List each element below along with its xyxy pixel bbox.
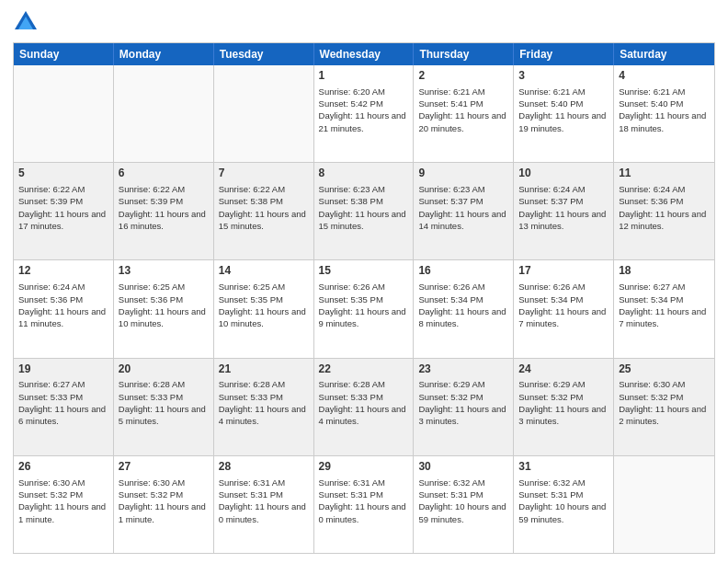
calendar-cell: 23Sunrise: 6:29 AM Sunset: 5:32 PM Dayli…: [414, 359, 514, 455]
cell-info: Sunrise: 6:29 AM Sunset: 5:32 PM Dayligh…: [518, 379, 606, 426]
calendar-cell: 18Sunrise: 6:27 AM Sunset: 5:34 PM Dayli…: [614, 260, 714, 357]
calendar-row: 5Sunrise: 6:22 AM Sunset: 5:39 PM Daylig…: [14, 163, 714, 260]
date-number: 13: [119, 263, 209, 279]
date-number: 26: [18, 459, 108, 475]
date-number: 27: [119, 459, 209, 475]
date-number: 30: [418, 459, 508, 475]
date-number: 21: [219, 362, 309, 377]
calendar: SundayMondayTuesdayWednesdayThursdayFrid…: [13, 42, 715, 554]
date-number: 3: [518, 68, 609, 84]
cell-info: Sunrise: 6:20 AM Sunset: 5:42 PM Dayligh…: [319, 86, 406, 133]
date-number: 4: [619, 68, 710, 84]
calendar-cell: [114, 65, 214, 162]
date-number: 8: [319, 166, 409, 181]
calendar-cell: 4Sunrise: 6:21 AM Sunset: 5:40 PM Daylig…: [614, 65, 714, 162]
calendar-cell: 9Sunrise: 6:23 AM Sunset: 5:37 PM Daylig…: [414, 163, 514, 259]
date-number: 23: [418, 362, 508, 377]
cell-info: Sunrise: 6:27 AM Sunset: 5:34 PM Dayligh…: [619, 282, 706, 328]
calendar-cell: [214, 65, 314, 162]
calendar-row: 26Sunrise: 6:30 AM Sunset: 5:32 PM Dayli…: [14, 456, 714, 553]
date-number: 25: [619, 362, 710, 377]
cell-info: Sunrise: 6:22 AM Sunset: 5:39 PM Dayligh…: [18, 184, 106, 231]
date-number: 17: [518, 263, 609, 279]
cell-info: Sunrise: 6:24 AM Sunset: 5:36 PM Dayligh…: [18, 282, 106, 328]
calendar-cell: 30Sunrise: 6:32 AM Sunset: 5:31 PM Dayli…: [414, 456, 514, 553]
calendar-cell: 7Sunrise: 6:22 AM Sunset: 5:38 PM Daylig…: [214, 163, 314, 259]
cell-info: Sunrise: 6:24 AM Sunset: 5:36 PM Dayligh…: [619, 184, 706, 231]
calendar-cell: 2Sunrise: 6:21 AM Sunset: 5:41 PM Daylig…: [414, 65, 514, 162]
calendar-cell: [14, 65, 114, 162]
cell-info: Sunrise: 6:22 AM Sunset: 5:39 PM Dayligh…: [119, 184, 206, 231]
cell-info: Sunrise: 6:30 AM Sunset: 5:32 PM Dayligh…: [18, 477, 106, 524]
cell-info: Sunrise: 6:30 AM Sunset: 5:32 PM Dayligh…: [619, 379, 706, 426]
day-name-sunday: Sunday: [14, 43, 114, 65]
calendar-cell: 15Sunrise: 6:26 AM Sunset: 5:35 PM Dayli…: [314, 260, 415, 357]
calendar-cell: 10Sunrise: 6:24 AM Sunset: 5:37 PM Dayli…: [514, 163, 614, 259]
calendar-cell: 29Sunrise: 6:31 AM Sunset: 5:31 PM Dayli…: [314, 456, 415, 553]
cell-info: Sunrise: 6:24 AM Sunset: 5:37 PM Dayligh…: [518, 184, 606, 231]
calendar-cell: 21Sunrise: 6:28 AM Sunset: 5:33 PM Dayli…: [214, 359, 314, 455]
calendar-cell: 27Sunrise: 6:30 AM Sunset: 5:32 PM Dayli…: [114, 456, 214, 553]
calendar-cell: 5Sunrise: 6:22 AM Sunset: 5:39 PM Daylig…: [14, 163, 114, 259]
date-number: 5: [18, 166, 108, 181]
cell-info: Sunrise: 6:29 AM Sunset: 5:32 PM Dayligh…: [418, 379, 506, 426]
date-number: 15: [319, 263, 409, 279]
cell-info: Sunrise: 6:31 AM Sunset: 5:31 PM Dayligh…: [219, 477, 306, 524]
calendar-header: SundayMondayTuesdayWednesdayThursdayFrid…: [14, 43, 714, 65]
calendar-cell: 16Sunrise: 6:26 AM Sunset: 5:34 PM Dayli…: [414, 260, 514, 357]
date-number: 7: [219, 166, 309, 181]
date-number: 6: [119, 166, 209, 181]
date-number: 12: [18, 263, 108, 279]
date-number: 1: [319, 68, 409, 84]
calendar-cell: 11Sunrise: 6:24 AM Sunset: 5:36 PM Dayli…: [614, 163, 714, 259]
cell-info: Sunrise: 6:27 AM Sunset: 5:33 PM Dayligh…: [18, 379, 106, 426]
cell-info: Sunrise: 6:28 AM Sunset: 5:33 PM Dayligh…: [119, 379, 206, 426]
calendar-cell: 20Sunrise: 6:28 AM Sunset: 5:33 PM Dayli…: [114, 359, 214, 455]
cell-info: Sunrise: 6:23 AM Sunset: 5:37 PM Dayligh…: [418, 184, 506, 231]
calendar-row: 19Sunrise: 6:27 AM Sunset: 5:33 PM Dayli…: [14, 359, 714, 456]
cell-info: Sunrise: 6:26 AM Sunset: 5:34 PM Dayligh…: [418, 282, 506, 328]
cell-info: Sunrise: 6:26 AM Sunset: 5:35 PM Dayligh…: [319, 282, 406, 328]
calendar-row: 12Sunrise: 6:24 AM Sunset: 5:36 PM Dayli…: [14, 260, 714, 358]
calendar-cell: 26Sunrise: 6:30 AM Sunset: 5:32 PM Dayli…: [14, 456, 114, 553]
date-number: 28: [219, 459, 309, 475]
cell-info: Sunrise: 6:31 AM Sunset: 5:31 PM Dayligh…: [319, 477, 406, 524]
cell-info: Sunrise: 6:22 AM Sunset: 5:38 PM Dayligh…: [219, 184, 306, 231]
calendar-cell: 19Sunrise: 6:27 AM Sunset: 5:33 PM Dayli…: [14, 359, 114, 455]
date-number: 2: [418, 68, 508, 84]
calendar-row: 1Sunrise: 6:20 AM Sunset: 5:42 PM Daylig…: [14, 65, 714, 163]
cell-info: Sunrise: 6:26 AM Sunset: 5:34 PM Dayligh…: [518, 282, 606, 328]
header: [13, 9, 715, 35]
cell-info: Sunrise: 6:23 AM Sunset: 5:38 PM Dayligh…: [319, 184, 406, 231]
calendar-cell: 24Sunrise: 6:29 AM Sunset: 5:32 PM Dayli…: [514, 359, 614, 455]
date-number: 19: [18, 362, 108, 377]
calendar-cell: 25Sunrise: 6:30 AM Sunset: 5:32 PM Dayli…: [614, 359, 714, 455]
calendar-cell: 8Sunrise: 6:23 AM Sunset: 5:38 PM Daylig…: [314, 163, 415, 259]
calendar-cell: 28Sunrise: 6:31 AM Sunset: 5:31 PM Dayli…: [214, 456, 314, 553]
calendar-cell: [614, 456, 714, 553]
calendar-cell: 6Sunrise: 6:22 AM Sunset: 5:39 PM Daylig…: [114, 163, 214, 259]
date-number: 22: [319, 362, 409, 377]
day-name-saturday: Saturday: [614, 43, 714, 65]
calendar-cell: 22Sunrise: 6:28 AM Sunset: 5:33 PM Dayli…: [314, 359, 415, 455]
calendar-cell: 3Sunrise: 6:21 AM Sunset: 5:40 PM Daylig…: [514, 65, 614, 162]
logo-icon: [13, 9, 39, 35]
day-name-tuesday: Tuesday: [214, 43, 314, 65]
date-number: 11: [619, 166, 710, 181]
calendar-cell: 13Sunrise: 6:25 AM Sunset: 5:36 PM Dayli…: [114, 260, 214, 357]
day-name-thursday: Thursday: [414, 43, 514, 65]
cell-info: Sunrise: 6:28 AM Sunset: 5:33 PM Dayligh…: [219, 379, 306, 426]
date-number: 9: [418, 166, 508, 181]
calendar-cell: 14Sunrise: 6:25 AM Sunset: 5:35 PM Dayli…: [214, 260, 314, 357]
calendar-cell: 1Sunrise: 6:20 AM Sunset: 5:42 PM Daylig…: [314, 65, 415, 162]
cell-info: Sunrise: 6:21 AM Sunset: 5:40 PM Dayligh…: [518, 86, 606, 133]
cell-info: Sunrise: 6:21 AM Sunset: 5:40 PM Dayligh…: [619, 86, 706, 133]
day-name-monday: Monday: [114, 43, 214, 65]
cell-info: Sunrise: 6:25 AM Sunset: 5:35 PM Dayligh…: [219, 282, 306, 328]
date-number: 31: [518, 459, 609, 475]
cell-info: Sunrise: 6:21 AM Sunset: 5:41 PM Dayligh…: [418, 86, 506, 133]
calendar-cell: 31Sunrise: 6:32 AM Sunset: 5:31 PM Dayli…: [514, 456, 614, 553]
date-number: 24: [518, 362, 609, 377]
day-name-wednesday: Wednesday: [314, 43, 415, 65]
date-number: 20: [119, 362, 209, 377]
